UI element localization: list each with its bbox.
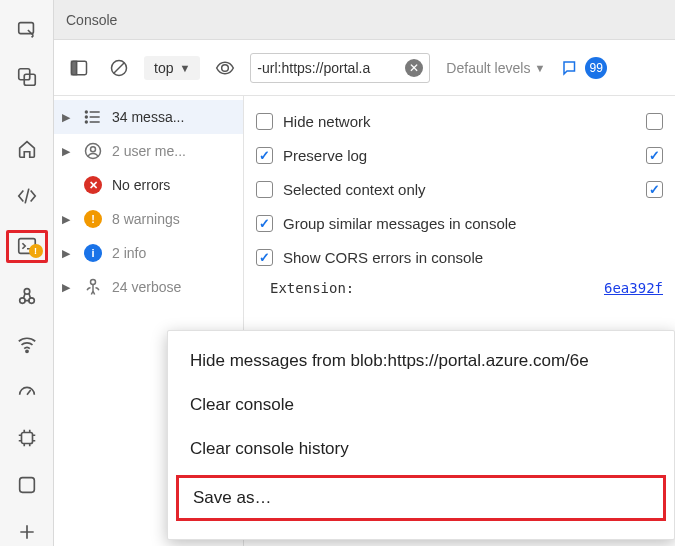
console-icon[interactable]: ! bbox=[6, 230, 48, 263]
context-label: top bbox=[154, 60, 173, 76]
hide-network-label: Hide network bbox=[283, 113, 636, 130]
context-menu-clear-history[interactable]: Clear console history bbox=[168, 427, 674, 471]
extension-label: Extension: bbox=[270, 280, 354, 296]
filter-text: -url:https://portal.a bbox=[257, 60, 405, 76]
context-menu-clear-console[interactable]: Clear console bbox=[168, 383, 674, 427]
levels-label: Default levels bbox=[446, 60, 530, 76]
verbose-icon bbox=[82, 276, 104, 298]
clear-console-button[interactable] bbox=[104, 53, 134, 83]
sources-icon[interactable] bbox=[7, 283, 47, 310]
context-menu-hide-from[interactable]: Hide messages from blob:https://portal.a… bbox=[168, 339, 674, 383]
sidebar-item-info[interactable]: ▶ i 2 info bbox=[54, 236, 243, 270]
sidebar-item-warnings[interactable]: ▶ ! 8 warnings bbox=[54, 202, 243, 236]
user-icon bbox=[82, 140, 104, 162]
svg-rect-8 bbox=[21, 433, 32, 444]
hide-network-checkbox[interactable] bbox=[256, 113, 273, 130]
svg-rect-9 bbox=[19, 478, 34, 493]
warning-icon: ! bbox=[82, 208, 104, 230]
network-icon[interactable] bbox=[7, 330, 47, 357]
svg-point-18 bbox=[91, 147, 96, 152]
elements-icon[interactable] bbox=[7, 182, 47, 209]
svg-point-19 bbox=[91, 280, 96, 285]
group-similar-label: Group similar messages in console bbox=[283, 215, 663, 232]
extension-line: Extension: 6ea392f bbox=[256, 274, 663, 296]
panel-title: Console bbox=[54, 0, 675, 40]
extension-link[interactable]: 6ea392f bbox=[604, 280, 663, 296]
context-select[interactable]: top ▼ bbox=[144, 56, 200, 80]
activity-bar: ! bbox=[0, 0, 54, 546]
filter-input[interactable]: -url:https://portal.a ✕ bbox=[250, 53, 430, 83]
live-expression-button[interactable] bbox=[210, 53, 240, 83]
sidebar-item-label: 2 info bbox=[112, 245, 235, 261]
show-cors-checkbox[interactable] bbox=[256, 249, 273, 266]
svg-rect-11 bbox=[72, 61, 77, 74]
preserve-log-label: Preserve log bbox=[283, 147, 636, 164]
inspect-icon[interactable] bbox=[7, 16, 47, 43]
sidebar-item-errors[interactable]: ✕ No errors bbox=[54, 168, 243, 202]
home-icon[interactable] bbox=[7, 135, 47, 162]
selected-context-label: Selected context only bbox=[283, 181, 636, 198]
title-text: Console bbox=[66, 12, 117, 28]
overlap-icon[interactable] bbox=[7, 63, 47, 90]
show-cors-label: Show CORS errors in console bbox=[283, 249, 663, 266]
context-menu-save-as[interactable]: Save as… bbox=[176, 475, 666, 521]
list-icon bbox=[82, 106, 104, 128]
info-icon: i bbox=[82, 242, 104, 264]
console-toolbar: top ▼ -url:https://portal.a ✕ Default le… bbox=[54, 40, 675, 96]
warning-badge-icon: ! bbox=[29, 244, 43, 258]
context-menu: Hide messages from blob:https://portal.a… bbox=[167, 330, 675, 540]
chevron-right-icon: ▶ bbox=[62, 111, 74, 124]
chevron-right-icon: ▶ bbox=[62, 281, 74, 294]
selected-context-checkbox[interactable] bbox=[256, 181, 273, 198]
performance-icon[interactable] bbox=[7, 377, 47, 404]
chevron-right-icon: ▶ bbox=[62, 213, 74, 226]
sidebar-item-label: 2 user me... bbox=[112, 143, 235, 159]
svg-point-14 bbox=[86, 111, 88, 113]
svg-rect-0 bbox=[18, 22, 33, 33]
chevron-down-icon: ▼ bbox=[179, 62, 190, 74]
svg-point-13 bbox=[222, 64, 229, 71]
chevron-right-icon: ▶ bbox=[62, 145, 74, 158]
error-icon: ✕ bbox=[82, 174, 104, 196]
right-checkbox[interactable] bbox=[646, 113, 663, 130]
svg-point-16 bbox=[86, 121, 88, 123]
sidebar-item-label: 8 warnings bbox=[112, 211, 235, 227]
issues-button[interactable]: 99 bbox=[561, 57, 607, 79]
right-checkbox[interactable] bbox=[646, 181, 663, 198]
svg-point-7 bbox=[25, 350, 27, 352]
sidebar-item-label: No errors bbox=[112, 177, 235, 193]
close-icon[interactable]: ✕ bbox=[405, 59, 423, 77]
group-similar-checkbox[interactable] bbox=[256, 215, 273, 232]
sidebar-item-label: 34 messa... bbox=[112, 109, 235, 125]
log-levels-select[interactable]: Default levels ▼ bbox=[440, 60, 551, 76]
issues-count: 99 bbox=[585, 57, 607, 79]
sidebar-item-user-messages[interactable]: ▶ 2 user me... bbox=[54, 134, 243, 168]
svg-point-15 bbox=[86, 116, 88, 118]
memory-icon[interactable] bbox=[7, 424, 47, 451]
plus-icon[interactable] bbox=[7, 519, 47, 546]
preserve-log-checkbox[interactable] bbox=[256, 147, 273, 164]
toggle-sidebar-button[interactable] bbox=[64, 53, 94, 83]
chevron-right-icon: ▶ bbox=[62, 247, 74, 260]
sidebar-item-label: 24 verbose bbox=[112, 279, 235, 295]
right-checkbox[interactable] bbox=[646, 147, 663, 164]
application-icon[interactable] bbox=[7, 472, 47, 499]
sidebar-item-all-messages[interactable]: ▶ 34 messa... bbox=[54, 100, 243, 134]
sidebar-item-verbose[interactable]: ▶ 24 verbose bbox=[54, 270, 243, 304]
chevron-down-icon: ▼ bbox=[534, 62, 545, 74]
